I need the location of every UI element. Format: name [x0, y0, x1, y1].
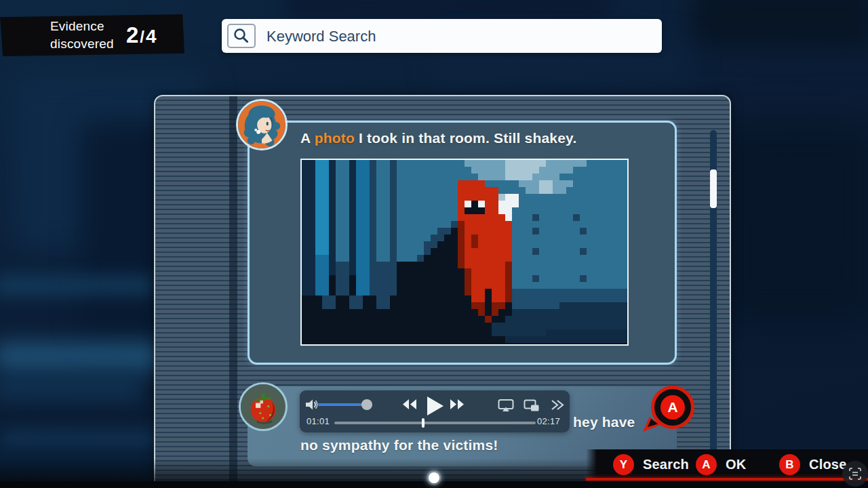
- ok-button-label: OK: [726, 457, 746, 472]
- evidence-label: Evidence discovered: [50, 18, 114, 53]
- message2-line1: hey have: [573, 414, 635, 430]
- woman-avatar-art: [238, 101, 285, 148]
- volume-slider[interactable]: [318, 403, 372, 406]
- prompt-a-button[interactable]: A: [660, 395, 685, 420]
- evidence-counter: Evidence discovered 2/4: [0, 14, 184, 56]
- progress-bar[interactable]: [334, 422, 536, 424]
- total-time: 02:17: [537, 416, 560, 426]
- picture-in-picture-icon[interactable]: [524, 399, 540, 415]
- search-button-label: Search: [643, 457, 689, 472]
- page-indicator-dot: [429, 472, 439, 483]
- bg-blob: [285, 0, 610, 20]
- panel-divider: [229, 96, 237, 488]
- button-hint-bar: Y Search A OK B Close: [586, 449, 868, 481]
- ok-button[interactable]: A OK: [696, 454, 746, 475]
- search-input[interactable]: [265, 19, 648, 54]
- tomato-avatar-art: [241, 384, 285, 429]
- game-screen: A photo I took in that room. Still shake…: [0, 0, 868, 488]
- close-button[interactable]: B Close: [779, 454, 846, 475]
- fast-forward-icon[interactable]: [450, 399, 465, 413]
- keyword-search-bar[interactable]: [222, 19, 662, 53]
- a-button-icon[interactable]: A: [696, 454, 717, 475]
- cast-icon[interactable]: [498, 399, 514, 415]
- screenshot-icon[interactable]: [842, 461, 868, 487]
- volume-knob[interactable]: [361, 399, 372, 410]
- bg-blob: [0, 277, 156, 294]
- current-time: 01:01: [307, 416, 330, 426]
- y-button-icon[interactable]: Y: [613, 454, 634, 475]
- play-icon[interactable]: [427, 396, 444, 419]
- volume-fill: [318, 403, 367, 406]
- bg-blob: [692, 0, 868, 47]
- bg-blob: [0, 450, 163, 477]
- bg-blob: [719, 122, 868, 325]
- message2-line2: no sympathy for the victims!: [300, 437, 498, 453]
- evidence-photo[interactable]: [300, 159, 629, 346]
- scrollbar-track[interactable]: [710, 130, 717, 460]
- search-icon-box[interactable]: [227, 24, 256, 48]
- message1-text: A photo I took in that room. Still shake…: [300, 130, 576, 146]
- rewind-icon[interactable]: [402, 399, 418, 413]
- b-button-icon[interactable]: B: [779, 454, 800, 475]
- more-controls-icon[interactable]: [551, 399, 564, 414]
- red-accent-line: [586, 478, 868, 481]
- search-icon: [233, 27, 250, 45]
- progress-marker[interactable]: [422, 418, 425, 428]
- a-button-prompt[interactable]: A: [642, 384, 697, 440]
- avatar-blue-haired-woman: [236, 99, 288, 150]
- avatar-tomato: [239, 382, 288, 431]
- close-button-label: Close: [809, 457, 846, 472]
- photo-pixel-art: [302, 160, 627, 343]
- bg-blob: [0, 377, 142, 400]
- bg-blob: [0, 430, 163, 453]
- scrollbar-thumb[interactable]: [710, 169, 717, 208]
- bg-blob: [0, 342, 163, 371]
- volume-icon[interactable]: [305, 399, 319, 413]
- media-player: 01:01 02:17: [300, 390, 570, 432]
- search-button[interactable]: Y Search: [613, 454, 689, 475]
- keyword-highlight[interactable]: photo: [315, 130, 355, 146]
- evidence-count: 2/4: [126, 22, 157, 48]
